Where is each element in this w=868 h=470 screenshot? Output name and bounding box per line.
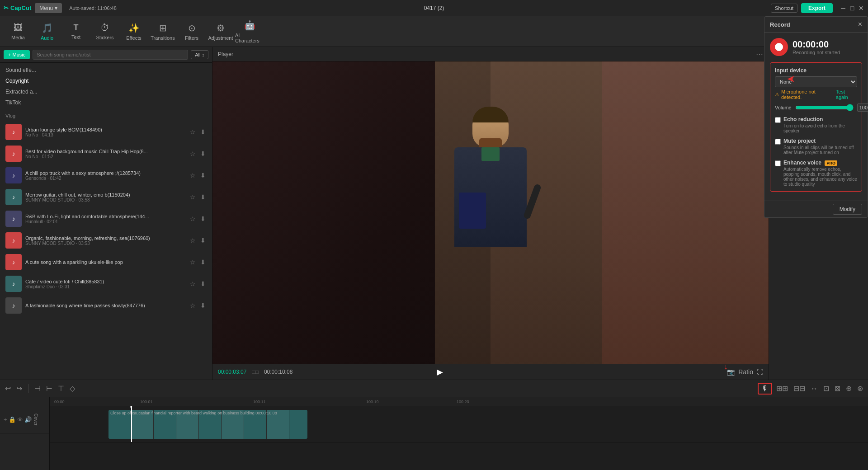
shortcut-button[interactable]: Shortcut xyxy=(771,4,797,13)
music-list-item[interactable]: ♪ Best for video background music Chill … xyxy=(0,143,212,164)
music-info: Cafe / video cute lofi / Chill(885831) S… xyxy=(25,279,185,289)
cat-sound-effects[interactable]: Sound effe... xyxy=(0,65,212,75)
music-list-item[interactable]: ♪ R&B with Lo-Fi, light and comfortable … xyxy=(0,208,212,230)
tl-record-button[interactable]: 🎙 xyxy=(758,383,772,395)
track-labels: + 🔒 👁 🔊 Cover xyxy=(0,397,50,470)
track-lock-icon[interactable]: 🔒 xyxy=(9,416,16,423)
track-audio-icon[interactable]: 🔊 xyxy=(24,416,32,423)
tl-split-right[interactable]: ⊢ xyxy=(45,383,54,394)
music-list-item[interactable]: ♪ A cute song with a sparkling ukulele-l… xyxy=(0,251,212,273)
tl-split-both[interactable]: ⊤ xyxy=(57,383,66,394)
record-close-button[interactable]: × xyxy=(858,20,862,28)
tool-stickers[interactable]: ⏱ Stickers xyxy=(90,18,119,45)
search-input[interactable] xyxy=(33,50,188,60)
cat-extracted[interactable]: Extracted a... xyxy=(0,86,212,97)
tl-plus[interactable]: ⊕ xyxy=(844,383,853,394)
menu-button[interactable]: Menu ▾ xyxy=(35,3,62,13)
music-list-item[interactable]: ♪ A fashionable song where time passes s… xyxy=(0,295,212,316)
music-download-button[interactable]: ⬇ xyxy=(199,127,207,136)
player-menu-button[interactable]: ⋯ xyxy=(756,50,763,58)
toolbar: 🖼 Media 🎵 Audio T Text ⏱ Stickers ✨ Effe… xyxy=(0,16,868,47)
topbar-right: Shortcut Export ─ □ ✕ xyxy=(771,3,864,13)
tool-ai-characters[interactable]: 🤖 AI Characters xyxy=(235,18,264,45)
video-clip[interactable]: Close up of caucasian financial reporter… xyxy=(108,410,307,439)
music-thumb: ♪ xyxy=(5,232,22,249)
music-favorite-button[interactable]: ☆ xyxy=(189,127,197,136)
music-list-item[interactable]: ♪ Organic, fashionable, morning, refresh… xyxy=(0,230,212,251)
tl-magnet[interactable]: ⊠ xyxy=(833,383,842,394)
music-meta: Gensonda · 01:42 xyxy=(25,176,185,181)
tl-settings[interactable]: ⊗ xyxy=(856,383,864,394)
echo-reduction-checkbox[interactable] xyxy=(775,117,781,123)
music-favorite-button[interactable]: ☆ xyxy=(189,236,197,245)
music-favorite-button[interactable]: ☆ xyxy=(189,149,197,158)
music-actions: ☆ ⬇ xyxy=(189,236,207,245)
music-list: Vlog ♪ Urban lounge style BGM(1148490) N… xyxy=(0,110,212,380)
music-download-button[interactable]: ⬇ xyxy=(199,171,207,180)
maximize-button[interactable]: □ xyxy=(849,5,855,11)
playhead[interactable] xyxy=(131,406,132,442)
record-start-button[interactable] xyxy=(770,38,788,56)
export-button[interactable]: Export xyxy=(801,3,833,13)
tl-split[interactable]: ⊣ xyxy=(33,383,42,394)
music-actions: ☆ ⬇ xyxy=(189,214,207,223)
volume-slider[interactable] xyxy=(795,104,854,111)
music-favorite-button[interactable]: ☆ xyxy=(189,214,197,223)
music-favorite-button[interactable]: ☆ xyxy=(189,301,197,310)
tl-zoom-in[interactable]: ⊞⊞ xyxy=(775,383,789,394)
music-download-button[interactable]: ⬇ xyxy=(199,193,207,202)
mute-project-checkbox[interactable] xyxy=(775,139,781,145)
enhance-voice-checkbox[interactable] xyxy=(775,160,781,166)
tl-zoom-out[interactable]: ⊟⊟ xyxy=(792,383,807,394)
ratio-button[interactable]: Ratio xyxy=(738,368,753,376)
music-thumb: ♪ xyxy=(5,276,22,292)
all-filter-button[interactable]: All ↕ xyxy=(191,50,208,59)
music-list-item[interactable]: ♪ Cafe / video cute lofi / Chill(885831)… xyxy=(0,273,212,295)
tool-adjustment[interactable]: ⚙ Adjustment xyxy=(206,18,235,45)
add-music-button[interactable]: + Music xyxy=(4,50,30,59)
play-button[interactable]: ▶ xyxy=(437,367,443,377)
fullscreen-button[interactable]: ⛶ xyxy=(757,368,763,376)
music-favorite-button[interactable]: ☆ xyxy=(189,193,197,202)
music-meta: Hunnkull · 02:01 xyxy=(25,219,185,224)
music-download-button[interactable]: ⬇ xyxy=(199,149,207,158)
cat-tiktok[interactable]: TikTok xyxy=(0,97,212,108)
track-add-icon[interactable]: + xyxy=(4,416,7,423)
timeline-arrow-indicator: ↓ xyxy=(724,362,728,371)
music-download-button[interactable]: ⬇ xyxy=(199,214,207,223)
tool-text[interactable]: T Text xyxy=(61,18,90,45)
minimize-button[interactable]: ─ xyxy=(840,5,846,11)
screenshot-button[interactable]: 📷 xyxy=(727,368,735,376)
tool-transitions[interactable]: ⊞ Transitions xyxy=(148,18,177,45)
music-list-item[interactable]: ♪ Merrow guitar, chill out, winter, emo … xyxy=(0,186,212,208)
music-favorite-button[interactable]: ☆ xyxy=(189,279,197,288)
music-download-button[interactable]: ⬇ xyxy=(199,301,207,310)
music-info: R&B with Lo-Fi, light and comfortable at… xyxy=(25,214,185,224)
tl-fit[interactable]: ↔ xyxy=(809,383,819,394)
music-download-button[interactable]: ⬇ xyxy=(199,279,207,288)
close-button[interactable]: ✕ xyxy=(858,5,864,11)
tl-redo[interactable]: ↪ xyxy=(15,383,24,394)
cat-copyright[interactable]: Copyright xyxy=(0,75,212,86)
music-download-button[interactable]: ⬇ xyxy=(199,258,207,267)
music-favorite-button[interactable]: ☆ xyxy=(189,171,197,180)
tl-marker[interactable]: ◇ xyxy=(68,383,76,394)
section-vlog: Vlog xyxy=(0,110,212,121)
tl-snap[interactable]: ⊡ xyxy=(822,383,830,394)
test-again-link[interactable]: Test again xyxy=(836,89,857,100)
tl-tool-right: 🎙 ↓ ⊞⊞ ⊟⊟ ↔ ⊡ ⊠ ⊕ ⊗ xyxy=(758,383,864,395)
tool-effects[interactable]: ✨ Effects xyxy=(119,18,148,45)
track-eye-icon[interactable]: 👁 xyxy=(17,416,23,423)
music-list-item[interactable]: ♪ Urban lounge style BGM(1148490) No No … xyxy=(0,121,212,143)
music-favorite-button[interactable]: ☆ xyxy=(189,258,197,267)
music-info: A fashionable song where time passes slo… xyxy=(25,303,185,308)
record-body: 00:00:00 Recording not started ➤ Input d… xyxy=(764,33,868,201)
music-info: A cute song with a sparkling ukulele-lik… xyxy=(25,259,185,265)
tool-filters[interactable]: ⊙ Filters xyxy=(177,18,206,45)
modify-button[interactable]: Modify xyxy=(833,204,862,215)
tool-media[interactable]: 🖼 Media xyxy=(4,18,33,45)
music-download-button[interactable]: ⬇ xyxy=(199,236,207,245)
tool-audio[interactable]: 🎵 Audio xyxy=(33,18,61,45)
music-list-item[interactable]: ♪ A chill pop truck with a sexy atmosphe… xyxy=(0,164,212,186)
tl-undo[interactable]: ↩ xyxy=(4,383,12,394)
